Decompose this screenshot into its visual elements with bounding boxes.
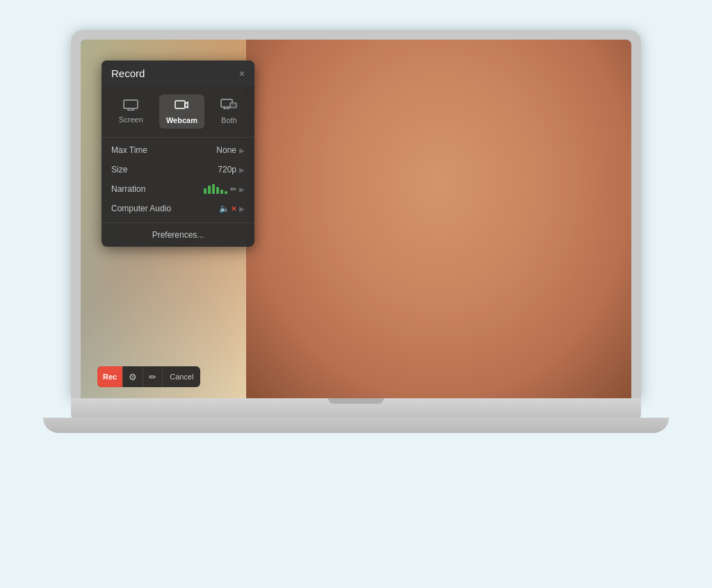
narration-value: ✏ ▶: [204, 184, 245, 194]
speaker-icon: 🔈: [219, 204, 229, 213]
laptop-base: [71, 398, 641, 418]
narration-edit-icon[interactable]: ✏: [230, 185, 236, 194]
bar-3: [212, 184, 215, 194]
bar-2: [208, 186, 211, 194]
svg-rect-0: [124, 100, 138, 108]
preferences-button[interactable]: Preferences...: [102, 222, 254, 247]
both-icon: [220, 99, 237, 113]
mode-webcam[interactable]: Webcam: [159, 95, 204, 129]
narration-label: Narration: [111, 184, 145, 194]
mode-both-label: Both: [221, 116, 237, 124]
mode-both[interactable]: Both: [213, 95, 244, 129]
max-time-text: None: [216, 145, 236, 155]
edit-icon[interactable]: ✏: [143, 366, 162, 387]
size-value: 720p ▶: [218, 165, 245, 174]
cancel-button[interactable]: Cancel: [162, 366, 200, 387]
mode-webcam-label: Webcam: [166, 116, 197, 124]
laptop-bottom: [43, 418, 669, 433]
speaker-mute: 🔈 ✕: [219, 204, 236, 213]
screen-bezel: Record ×: [81, 40, 631, 398]
computer-audio-value: 🔈 ✕ ▶: [219, 204, 245, 213]
max-time-value: None ▶: [216, 145, 245, 155]
size-label: Size: [111, 165, 127, 174]
mode-screen-label: Screen: [119, 115, 143, 124]
mode-screen[interactable]: Screen: [112, 95, 150, 129]
record-title: Record: [111, 67, 145, 79]
bar-6: [225, 191, 227, 194]
mute-x-icon: ✕: [231, 205, 236, 213]
record-header: Record ×: [102, 60, 254, 86]
max-time-chevron: ▶: [239, 147, 245, 154]
narration-row[interactable]: Narration ✏: [102, 179, 254, 199]
narration-chevron: ▶: [239, 186, 245, 193]
screen-content: Record ×: [81, 40, 631, 398]
rec-button[interactable]: Rec: [97, 366, 122, 387]
svg-rect-7: [230, 103, 236, 108]
size-chevron: ▶: [239, 166, 245, 174]
laptop-screen-outer: Record ×: [71, 30, 641, 398]
settings-icon[interactable]: ⚙: [122, 366, 143, 387]
toolbar: Rec ⚙ ✏ Cancel: [97, 366, 200, 387]
close-button[interactable]: ×: [239, 69, 245, 79]
size-row[interactable]: Size 720p ▶: [102, 160, 254, 179]
audio-chevron: ▶: [239, 205, 245, 213]
narration-bars: [204, 184, 227, 194]
record-panel: Record ×: [102, 60, 254, 247]
bar-1: [204, 188, 207, 194]
size-text: 720p: [218, 165, 236, 174]
computer-audio-label: Computer Audio: [111, 204, 171, 213]
svg-rect-4: [175, 101, 185, 108]
settings-section: Max Time None ▶ Size 720p ▶: [102, 138, 254, 221]
bar-5: [220, 190, 223, 194]
laptop-wrapper: Record ×: [57, 30, 655, 558]
bar-4: [216, 187, 219, 194]
svg-marker-5: [185, 102, 188, 108]
screen-icon: [123, 99, 138, 113]
max-time-label: Max Time: [111, 145, 147, 155]
mode-selector: Screen Webcam: [102, 86, 254, 138]
computer-audio-row[interactable]: Computer Audio 🔈 ✕ ▶: [102, 199, 254, 218]
webcam-icon: [174, 99, 189, 113]
max-time-row[interactable]: Max Time None ▶: [102, 140, 254, 160]
